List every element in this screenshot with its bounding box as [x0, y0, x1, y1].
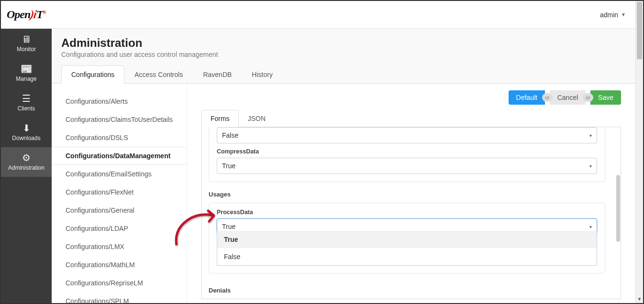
monitor-icon: 🖥 [22, 34, 31, 44]
tab-access-controls[interactable]: Access Controls [124, 65, 193, 84]
select-value: True [222, 162, 235, 170]
tree-item-active[interactable]: Configurations/DataManagement [52, 147, 187, 165]
caret-down-icon: ▼ [621, 12, 626, 17]
caret-down-icon: ▾ [589, 133, 592, 138]
page-header: Administration Configurations and user a… [52, 29, 635, 65]
tab-configurations[interactable]: Configurations [61, 65, 124, 84]
tree-item[interactable]: Configurations/RepriseLM [52, 274, 187, 292]
tree-item[interactable]: Configurations/FlexNet [52, 183, 187, 201]
select-value: False [222, 131, 238, 139]
manage-icon: 📰 [21, 64, 33, 74]
select-compressdata[interactable]: True ▾ [217, 158, 597, 174]
main-tabs: Configurations Access Controls RavenDB H… [52, 65, 635, 84]
user-menu[interactable]: admin ▼ [600, 11, 626, 19]
tree-item[interactable]: Configurations/General [52, 201, 187, 219]
page-subtitle: Configurations and user access control m… [61, 51, 626, 58]
scroll-down-icon[interactable]: ▼ [636, 295, 643, 303]
sidebar-item-label: Downloads [12, 135, 40, 141]
outer-scrollbar[interactable]: ▲ ▼ [635, 1, 643, 303]
gear-icon: ⚙ [22, 153, 31, 163]
dropdown-option-false[interactable]: False [217, 248, 597, 265]
clients-icon: ☰ [22, 94, 31, 103]
sub-tab-json[interactable]: JSON [239, 110, 275, 127]
tree-item[interactable]: Configurations/LMX [52, 238, 187, 256]
tree-item[interactable]: Configurations/LDAP [52, 219, 187, 238]
field-label-processdata: ProcessData [217, 209, 597, 216]
tree-item[interactable]: Configurations/DSLS [52, 129, 187, 147]
select-value: True [222, 223, 235, 230]
sidebar-item-manage[interactable]: 📰 Manage [1, 58, 52, 88]
tree-item[interactable]: Configurations/SPLM [52, 292, 187, 303]
form-scroll[interactable]: False ▾ CompressData True ▾ Usages [201, 127, 621, 299]
page-title: Administration [61, 36, 626, 50]
select-top-partial[interactable]: False ▾ [217, 127, 597, 143]
caret-down-icon: ▾ [589, 224, 592, 229]
tree-item[interactable]: Configurations/Alerts [52, 92, 187, 110]
tree-item[interactable]: Configurations/EmailSettings [52, 165, 187, 183]
sidebar: 🖥 Monitor 📰 Manage ☰ Clients ⬇ Downloads… [1, 29, 52, 303]
card-partial: False ▾ CompressData True ▾ [209, 127, 605, 182]
config-tree[interactable]: Configurations/Alerts Configurations/Cla… [52, 84, 187, 303]
action-row: Default or Cancel or Save [201, 90, 621, 105]
sidebar-item-downloads[interactable]: ⬇ Downloads [1, 118, 52, 147]
cancel-button[interactable]: Cancel [550, 90, 586, 105]
sidebar-item-monitor[interactable]: 🖥 Monitor [1, 29, 52, 58]
default-button[interactable]: Default [509, 90, 545, 105]
sidebar-item-label: Monitor [17, 46, 36, 53]
user-name: admin [600, 11, 618, 19]
caret-down-icon: ▾ [589, 163, 592, 169]
topbar: Open)iT® admin ▼ [1, 1, 635, 29]
sub-tabs: Forms JSON [201, 109, 621, 127]
sub-tab-forms[interactable]: Forms [201, 110, 239, 127]
section-label-denials: Denials [209, 287, 605, 294]
or-label: or [542, 93, 553, 102]
sidebar-item-label: Manage [16, 76, 36, 82]
save-button[interactable]: Save [590, 90, 621, 105]
tab-history[interactable]: History [242, 65, 283, 84]
or-label: or [583, 93, 593, 102]
logo[interactable]: Open)iT® [1, 1, 52, 29]
field-label-compressdata: CompressData [217, 148, 597, 155]
sidebar-item-administration[interactable]: ⚙ Administration [1, 147, 52, 177]
sidebar-item-clients[interactable]: ☰ Clients [1, 88, 52, 118]
sidebar-item-label: Administration [8, 164, 44, 171]
card-usages: ProcessData True ▾ True False [209, 203, 605, 273]
scrollbar-thumb[interactable] [616, 175, 620, 242]
tree-item[interactable]: Configurations/MathLM [52, 256, 187, 274]
inner-scrollbar[interactable] [616, 127, 621, 299]
tree-item[interactable]: Configurations/ClaimsToUserDetails [52, 110, 187, 129]
tab-ravendb[interactable]: RavenDB [193, 65, 242, 84]
sidebar-item-label: Clients [18, 105, 35, 112]
section-label-usages: Usages [209, 191, 605, 198]
download-icon: ⬇ [22, 123, 31, 133]
dropdown-option-true[interactable]: True [217, 231, 597, 248]
scrollbar-thumb[interactable] [637, 2, 642, 59]
